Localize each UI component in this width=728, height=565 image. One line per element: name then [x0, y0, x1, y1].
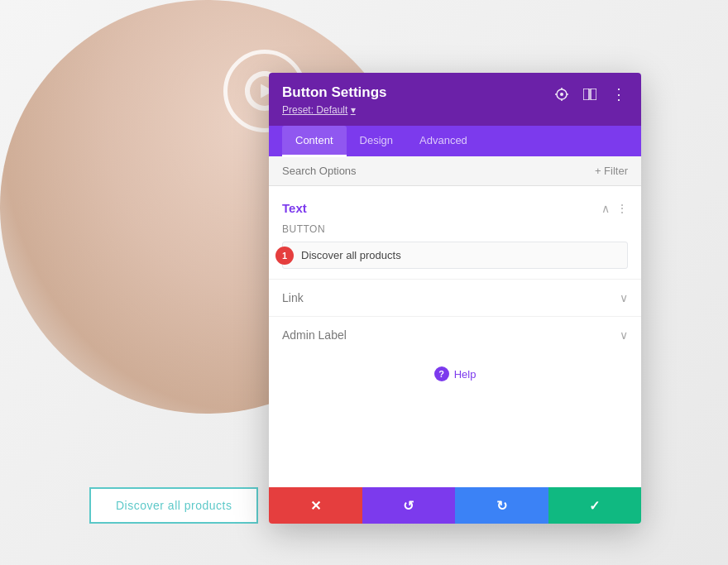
search-input[interactable] [282, 165, 595, 177]
panel-header-left: Button Settings Preset: Default ▾ [282, 84, 387, 116]
collapse-section-button[interactable]: ∧ [601, 202, 610, 215]
panel-body: Text ∧ ⋮ Button 1 Link ∨ [269, 186, 641, 487]
action-bar: ✕ ↺ ↻ ✓ [269, 487, 641, 524]
tab-advanced[interactable]: Advanced [406, 126, 481, 157]
svg-rect-7 [591, 89, 596, 100]
columns-icon-button[interactable] [580, 84, 600, 104]
admin-label-label: Admin Label [282, 328, 347, 342]
section-header: Text ∧ ⋮ [269, 196, 641, 223]
redo-icon: ↻ [496, 498, 507, 514]
input-number-badge: 1 [275, 247, 294, 265]
preview-button[interactable]: Discover all products [89, 487, 258, 524]
spacer [269, 395, 641, 477]
undo-icon: ↺ [403, 498, 414, 514]
section-more-button[interactable]: ⋮ [616, 202, 628, 215]
search-bar: + Filter [269, 156, 641, 186]
tab-content[interactable]: Content [282, 126, 347, 157]
help-icon: ? [434, 366, 449, 381]
admin-label-section[interactable]: Admin Label ∨ [269, 316, 641, 353]
link-label: Link [282, 291, 304, 304]
panel-scroll-area: Text ∧ ⋮ Button 1 Link ∨ [269, 186, 641, 487]
field-label: Button [282, 223, 628, 235]
help-link[interactable]: Help [454, 368, 477, 381]
section-title: Text [282, 201, 307, 215]
button-text-input[interactable] [282, 242, 628, 269]
undo-button[interactable]: ↺ [362, 487, 456, 524]
cancel-icon: ✕ [310, 498, 321, 514]
panel-title: Button Settings [282, 84, 387, 101]
target-icon-button[interactable] [552, 84, 572, 104]
confirm-button[interactable]: ✓ [548, 487, 642, 524]
panel-header: Button Settings Preset: Default ▾ [269, 73, 641, 126]
link-chevron-icon: ∨ [620, 291, 628, 304]
preset-arrow[interactable]: ▾ [351, 104, 356, 116]
link-section[interactable]: Link ∨ [269, 279, 641, 316]
more-options-icon[interactable]: ⋮ [608, 84, 628, 104]
section-actions: ∧ ⋮ [601, 202, 628, 215]
confirm-icon: ✓ [589, 498, 600, 514]
svg-point-1 [560, 93, 563, 96]
tab-design[interactable]: Design [347, 126, 406, 157]
panel-header-icons: ⋮ [552, 84, 628, 104]
cancel-button[interactable]: ✕ [269, 487, 362, 524]
panel-tabs: Content Design Advanced [269, 126, 641, 156]
settings-panel: Button Settings Preset: Default ▾ [269, 73, 641, 524]
admin-label-chevron-icon: ∨ [620, 328, 628, 342]
button-field-group: Button 1 [269, 223, 641, 279]
redo-button[interactable]: ↻ [455, 487, 548, 524]
svg-rect-6 [583, 89, 589, 100]
filter-button[interactable]: + Filter [595, 165, 628, 177]
preset-label[interactable]: Preset: Default [282, 104, 347, 116]
panel-preset: Preset: Default ▾ [282, 104, 387, 116]
input-row: 1 [282, 242, 628, 269]
help-section: ? Help [269, 353, 641, 395]
